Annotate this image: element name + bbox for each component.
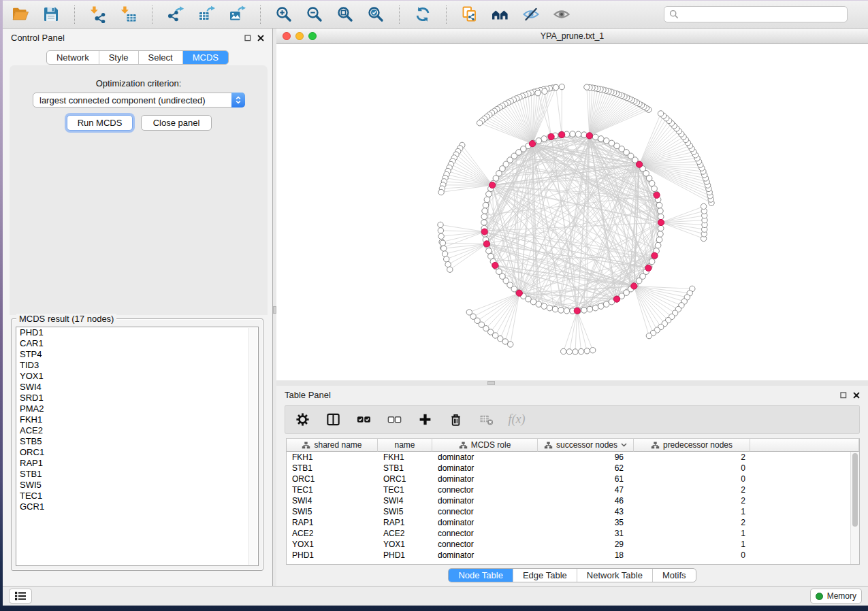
attribute-type-icon bbox=[544, 442, 553, 449]
table-cell: RAP1 bbox=[378, 517, 432, 528]
column-header-shared-name[interactable]: shared name bbox=[287, 439, 378, 452]
search-box bbox=[664, 6, 848, 22]
table-scrollbar-thumb[interactable] bbox=[852, 453, 858, 527]
mcds-tab-content: Optimization criterion: largest connecte… bbox=[10, 65, 268, 315]
delete-table-button bbox=[476, 410, 496, 430]
table-row[interactable]: SWI4SWI4dominator462 bbox=[287, 495, 859, 506]
mcds-result-title: MCDS result (17 nodes) bbox=[16, 314, 116, 324]
table-row[interactable]: YOX1YOX1connector291 bbox=[287, 539, 859, 550]
float-panel-icon[interactable] bbox=[244, 35, 251, 42]
run-mcds-button[interactable]: Run MCDS bbox=[67, 115, 133, 131]
mcds-node-item[interactable]: SRD1 bbox=[16, 393, 258, 403]
zoom-fit-button[interactable] bbox=[336, 5, 355, 24]
mcds-node-item[interactable]: ACE2 bbox=[16, 425, 258, 436]
table-tab-motifs[interactable]: Motifs bbox=[652, 569, 696, 582]
mcds-node-item[interactable]: STB5 bbox=[16, 436, 258, 447]
clone-network-button[interactable] bbox=[460, 5, 479, 24]
tab-network[interactable]: Network bbox=[47, 51, 99, 64]
mcds-node-item[interactable]: TID3 bbox=[16, 360, 258, 371]
mcds-node-item[interactable]: TEC1 bbox=[16, 491, 258, 501]
criterion-dropdown[interactable]: largest connected component (undirected) bbox=[33, 93, 245, 108]
tab-mcds[interactable]: MCDS bbox=[182, 51, 228, 64]
table-row[interactable]: ACE2ACE2connector311 bbox=[287, 528, 859, 539]
optimization-criterion-label: Optimization criterion: bbox=[10, 78, 268, 88]
table-row[interactable]: ORC1ORC1dominator610 bbox=[287, 474, 859, 484]
show-columns-button[interactable] bbox=[323, 410, 343, 430]
table-row[interactable]: STB1STB1dominator620 bbox=[287, 463, 859, 474]
table-cell: ACE2 bbox=[378, 528, 432, 539]
table-row[interactable]: PHD1PHD1dominator180 bbox=[287, 550, 859, 561]
mcds-node-item[interactable]: RAP1 bbox=[16, 458, 258, 469]
table-cell: 96 bbox=[538, 452, 634, 463]
create-column-button[interactable] bbox=[415, 410, 435, 430]
mcds-node-item[interactable]: YOX1 bbox=[16, 371, 258, 382]
zoom-out-icon bbox=[306, 5, 323, 23]
open-session-button[interactable] bbox=[11, 5, 30, 24]
network-canvas[interactable] bbox=[276, 44, 868, 380]
zoom-out-button[interactable] bbox=[305, 5, 324, 24]
table-tab-network-table[interactable]: Network Table bbox=[577, 569, 652, 582]
import-table-button[interactable] bbox=[119, 5, 138, 24]
table-settings-button[interactable] bbox=[292, 410, 312, 430]
first-neighbors-button[interactable] bbox=[491, 5, 510, 24]
deselect-all-button[interactable] bbox=[384, 410, 404, 430]
list-scrollbar-track[interactable] bbox=[248, 328, 257, 565]
import-network-button[interactable] bbox=[89, 5, 108, 24]
function-builder-button: f(x) bbox=[507, 410, 527, 430]
mcds-node-item[interactable]: PMA2 bbox=[16, 403, 258, 414]
mcds-node-item[interactable]: ORC1 bbox=[16, 447, 258, 458]
divider-handle[interactable] bbox=[487, 381, 495, 385]
tab-select[interactable]: Select bbox=[138, 51, 182, 64]
export-network-button[interactable] bbox=[166, 5, 185, 24]
tab-style[interactable]: Style bbox=[99, 51, 138, 64]
table-cell: RAP1 bbox=[287, 517, 378, 528]
column-header-successor-nodes[interactable]: successor nodes bbox=[538, 439, 634, 452]
hide-selected-button[interactable] bbox=[521, 5, 541, 24]
save-floppy-icon bbox=[42, 5, 60, 23]
delete-column-button[interactable] bbox=[445, 410, 466, 430]
close-panel-button[interactable]: Close panel bbox=[141, 115, 212, 131]
table-row[interactable]: TEC1TEC1connector472 bbox=[287, 484, 859, 495]
table-cell: PHD1 bbox=[378, 550, 432, 561]
mcds-node-item[interactable]: SWI4 bbox=[16, 382, 258, 393]
table-row[interactable]: RAP1RAP1dominator352 bbox=[287, 517, 859, 528]
close-panel-icon[interactable] bbox=[257, 35, 264, 42]
table-scrollbar[interactable] bbox=[850, 452, 859, 564]
mcds-node-item[interactable]: GCR1 bbox=[16, 501, 258, 512]
zoom-selected-button[interactable] bbox=[366, 5, 385, 24]
export-image-button[interactable] bbox=[227, 5, 246, 24]
save-session-button[interactable] bbox=[42, 5, 61, 24]
float-panel-icon[interactable] bbox=[840, 392, 847, 399]
select-all-button[interactable] bbox=[353, 410, 374, 430]
mcds-node-item[interactable]: STP4 bbox=[16, 349, 258, 360]
column-header-MCDS-role[interactable]: MCDS role bbox=[432, 439, 538, 452]
export-table-button[interactable] bbox=[197, 5, 216, 24]
table-row[interactable]: FKH1FKH1dominator962 bbox=[287, 452, 859, 463]
search-input[interactable] bbox=[682, 10, 842, 19]
memory-button[interactable]: Memory bbox=[810, 589, 862, 604]
table-cell: 0 bbox=[634, 550, 750, 561]
task-history-button[interactable] bbox=[9, 589, 32, 604]
mcds-node-item[interactable]: STB1 bbox=[16, 469, 258, 480]
table-tab-edge-table[interactable]: Edge Table bbox=[513, 569, 577, 582]
close-panel-icon[interactable] bbox=[853, 392, 860, 399]
show-all-button[interactable] bbox=[552, 5, 571, 24]
mcds-node-item[interactable]: PHD1 bbox=[16, 327, 258, 338]
column-header-predecessor-nodes[interactable]: predecessor nodes bbox=[634, 439, 750, 452]
mcds-node-item[interactable]: FKH1 bbox=[16, 414, 258, 425]
table-tab-node-table[interactable]: Node Table bbox=[449, 569, 513, 582]
table-panel-tabs: Node TableEdge TableNetwork TableMotifs bbox=[448, 568, 696, 582]
table-row[interactable]: SWI5SWI5connector431 bbox=[287, 506, 859, 517]
table-cell: 29 bbox=[538, 539, 634, 550]
right-workspace: YPA_prune.txt_1 Table Panel bbox=[276, 29, 868, 587]
table-cell: 31 bbox=[538, 528, 634, 539]
refresh-view-button[interactable] bbox=[413, 5, 432, 24]
main-toolbar bbox=[3, 1, 868, 29]
mcds-node-item[interactable]: SWI5 bbox=[16, 480, 258, 491]
zoom-in-button[interactable] bbox=[274, 5, 293, 24]
mcds-node-item[interactable]: CAR1 bbox=[16, 338, 258, 349]
dropdown-stepper-icon bbox=[231, 93, 245, 108]
table-cell: connector bbox=[432, 528, 538, 539]
column-header-name[interactable]: name bbox=[378, 439, 432, 452]
horizontal-split-divider[interactable] bbox=[276, 380, 868, 386]
